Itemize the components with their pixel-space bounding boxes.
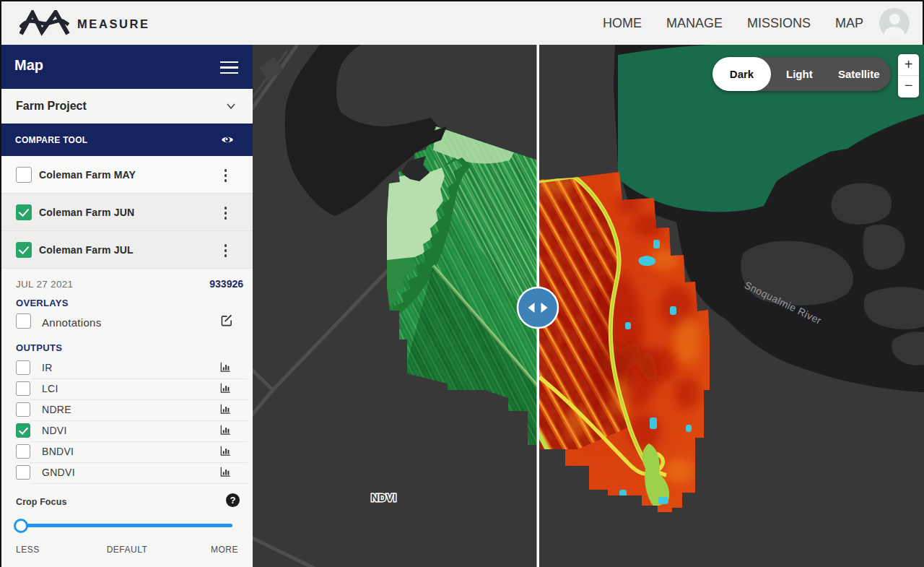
svg-text:NDVI: NDVI bbox=[371, 492, 396, 503]
